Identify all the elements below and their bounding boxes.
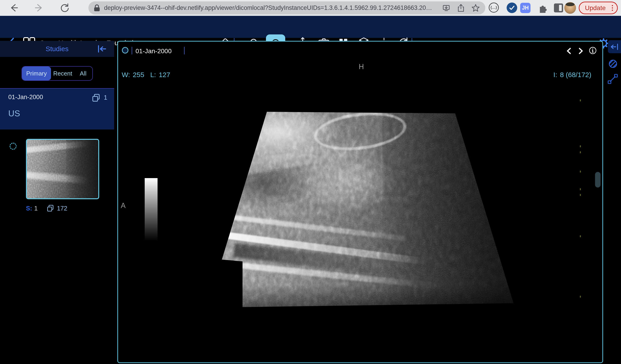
overlay-separator [132,47,132,54]
depth-tick [580,188,581,190]
window-level-overlay: W: 255 L: 127 [122,71,170,79]
check-icon [509,5,515,11]
study-date: 01-Jan-2000 [8,94,43,101]
overlay-separator [184,47,185,54]
browser-back-button[interactable] [8,2,19,13]
tab-all[interactable]: All [74,66,92,80]
thumb-noise [27,140,98,198]
study-modality: US [8,109,20,118]
segmentation-panel-button[interactable] [608,59,618,69]
reload-icon [60,3,69,13]
ultrasound-speckle-fine [222,112,514,307]
install-download-icon[interactable] [442,4,450,12]
tab-recent[interactable]: Recent [51,66,74,80]
arrow-left-icon [9,3,18,12]
extension-check-icon[interactable] [507,2,517,13]
viewport-status-circle[interactable] [122,47,128,53]
image-index-label: I: [553,71,557,79]
instances-copies-icon [46,204,55,213]
instance-count: 172 [57,205,67,212]
image-viewport[interactable]: 01-Jan-2000 W: 255 L: 127 I: 8 (68/172) … [117,41,603,363]
browser-forward-button[interactable] [34,2,45,13]
depth-tick [580,99,581,101]
measurements-panel-button[interactable] [607,73,619,85]
window-value: 255 [133,71,144,79]
level-label: L: [150,71,156,79]
arrow-right-icon [34,3,44,12]
series-number: 1 [34,205,38,212]
study-filter-tabs: Primary Recent All [22,66,93,81]
extension-braces-icon[interactable]: {…} [489,2,499,13]
profile-avatar[interactable] [564,2,576,14]
screen: deploy-preview-3474--ohif-dev.netlify.ap… [0,0,621,364]
next-series-button[interactable] [577,47,585,55]
url-text: deploy-preview-3474--ohif-dev.netlify.ap… [104,4,439,12]
series-label: S: [26,205,32,212]
series-copies-icon [91,93,101,103]
hatched-circle-icon [608,59,618,68]
study-series-count: 1 [104,94,107,101]
image-index-value: 8 (68/172) [560,71,591,79]
collapse-left-panel-button[interactable] [97,44,107,54]
browser-toolbar: deploy-preview-3474--ohif-dev.netlify.ap… [0,0,621,16]
studies-panel-title: Studies [46,45,69,53]
info-icon [589,46,597,55]
window-label: W: [122,71,130,79]
study-list-item[interactable]: 01-Jan-2000 1 US [0,88,114,130]
extensions-puzzle-icon[interactable] [538,3,548,13]
collapse-left-icon [97,45,107,53]
share-icon[interactable] [457,3,465,13]
info-button[interactable] [589,47,597,54]
jh-label: JH [522,5,529,11]
viewport-study-date: 01-Jan-2000 [136,48,172,55]
chevron-left-icon [566,47,572,55]
browser-menu-dots-icon[interactable] [612,5,613,11]
update-button[interactable]: Update [579,2,618,14]
chevron-right-icon [578,47,584,55]
depth-tick [580,194,581,196]
depth-tick [580,296,581,298]
braces-glyph: {…} [491,5,497,10]
depth-tick [580,235,581,237]
orientation-marker-left: A [121,201,126,210]
depth-tick [580,145,581,147]
ultrasound-image [222,112,514,307]
extension-jh-badge[interactable]: JH [520,3,531,13]
previous-series-button[interactable] [565,47,573,55]
depth-tick [580,151,581,153]
url-bar[interactable]: deploy-preview-3474--ohif-dev.netlify.ap… [88,1,485,15]
level-value: 127 [159,71,170,79]
thumbnail-loading-icon [10,143,17,150]
expand-right-panel-button[interactable] [608,40,621,53]
series-caption: S: 1 172 [26,204,67,213]
image-index-overlay: I: 8 (68/172) [553,71,591,79]
side-panel-icon[interactable] [554,3,563,12]
studies-panel-header: Studies [0,41,114,57]
orientation-marker-top: H [359,63,364,71]
stack-scrollbar-thumb[interactable] [595,172,601,187]
tab-primary[interactable]: Primary [22,66,51,80]
depth-tick [580,170,581,173]
update-label: Update [585,4,606,12]
expand-left-arrow-icon [610,43,619,51]
bookmark-star-icon[interactable] [471,3,480,13]
series-thumbnail[interactable] [26,139,99,199]
measure-line-icon [607,73,619,85]
browser-reload-button[interactable] [59,2,70,13]
grayscale-reference-bar [145,178,157,241]
lock-icon [93,4,100,12]
app-header: Open Health Imaging Foundation [0,16,621,38]
